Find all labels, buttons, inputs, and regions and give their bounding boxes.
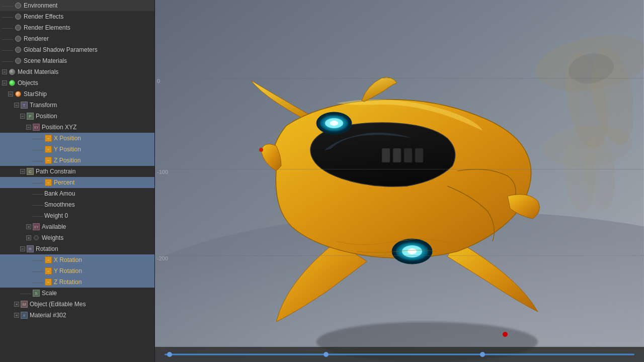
starship-render bbox=[155, 0, 644, 362]
renderer-icon bbox=[14, 35, 22, 43]
tree-item-objects[interactable]: −Objects bbox=[0, 77, 154, 88]
tree-item-y-rotation[interactable]: ——~Y Rotation bbox=[0, 265, 154, 277]
tree-item-global-shadow[interactable]: ——Global Shadow Parameters bbox=[0, 44, 154, 55]
transform-icon: T bbox=[20, 101, 28, 109]
svg-point-21 bbox=[330, 121, 338, 126]
label-position: Position bbox=[36, 113, 57, 120]
tree-item-rotation[interactable]: −RRotation bbox=[0, 243, 154, 254]
global-shadow-icon bbox=[14, 46, 22, 54]
label-medit-materials: Medit Materials bbox=[18, 68, 58, 75]
timeline-marker-1[interactable] bbox=[167, 352, 172, 357]
label-y-position: Y Position bbox=[54, 146, 81, 153]
object-editable-icon: M bbox=[20, 300, 28, 308]
timeline-marker-3[interactable] bbox=[480, 352, 485, 357]
label-x-position: X Position bbox=[54, 135, 81, 142]
tree-item-starship[interactable]: −StarShip bbox=[0, 88, 154, 100]
dash-renderer: —— bbox=[2, 36, 13, 42]
expand-minus-rotation[interactable]: − bbox=[20, 246, 25, 251]
expand-minus-path-constraint[interactable]: − bbox=[20, 169, 25, 174]
viewport-area[interactable]: 0 -100 -200 -300 bbox=[155, 0, 644, 362]
scene-hierarchy-panel: ——Environment——Render Effects——Render El… bbox=[0, 0, 155, 362]
curve-dash-y-position: —— bbox=[32, 146, 43, 152]
expand-plus-material-302[interactable]: + bbox=[14, 313, 19, 318]
expand-plus-object-editable[interactable]: + bbox=[14, 302, 19, 307]
svg-point-26 bbox=[503, 332, 508, 337]
label-environment: Environment bbox=[24, 2, 57, 9]
timeline-track bbox=[165, 354, 634, 355]
label-percent: Percent bbox=[54, 179, 74, 186]
tree-item-transform[interactable]: −TTransform bbox=[0, 100, 154, 111]
label-starship: StarShip bbox=[24, 90, 47, 98]
expand-plus-weights[interactable]: + bbox=[26, 235, 31, 240]
tree-item-position[interactable]: −PPosition bbox=[0, 111, 154, 122]
tree-item-scene-materials[interactable]: ——Scene Materials bbox=[0, 55, 154, 66]
curve-dash-z-position: —— bbox=[32, 157, 43, 163]
expand-plus-available[interactable]: + bbox=[26, 224, 31, 229]
dash-render-effects: —— bbox=[2, 14, 13, 20]
label-object-editable: Object (Editable Mes bbox=[30, 301, 86, 308]
scene-materials-icon bbox=[14, 57, 22, 65]
label-scene-materials: Scene Materials bbox=[24, 57, 67, 64]
tree-item-renderer[interactable]: ——Renderer bbox=[0, 33, 154, 44]
tree-item-position-xyz[interactable]: −XYPosition XYZ bbox=[0, 122, 154, 133]
expand-minus-starship[interactable]: − bbox=[8, 92, 13, 97]
tree-item-z-rotation[interactable]: ——~Z Rotation bbox=[0, 277, 154, 288]
available-icon: XY bbox=[32, 223, 40, 231]
starship-icon bbox=[14, 90, 22, 98]
tree-item-x-rotation[interactable]: ——~X Rotation bbox=[0, 254, 154, 265]
tree-item-bank-amount[interactable]: ——Bank Amou bbox=[0, 188, 154, 199]
tree-item-path-constraint[interactable]: −CPath Constrain bbox=[0, 166, 154, 177]
timeline[interactable] bbox=[155, 347, 644, 362]
dash-scene-materials: —— bbox=[2, 58, 13, 64]
rotation-icon: R bbox=[26, 245, 34, 253]
curve-dash-x-rotation: —— bbox=[32, 257, 43, 263]
tree-item-environment[interactable]: ——Environment bbox=[0, 0, 154, 11]
label-smoothness: Smoothnes bbox=[44, 201, 75, 208]
label-material-302: Material #302 bbox=[30, 312, 66, 319]
tree-item-z-position[interactable]: ——~Z Position bbox=[0, 155, 154, 166]
label-weights: Weights bbox=[42, 234, 63, 241]
tree-item-medit-materials[interactable]: −Medit Materials bbox=[0, 66, 154, 77]
tree-item-percent[interactable]: ——~Percent bbox=[0, 177, 154, 188]
curve-dash-x-position: —— bbox=[32, 135, 43, 141]
grid-label-0: 0 bbox=[157, 78, 160, 84]
label-position-xyz: Position XYZ bbox=[42, 124, 76, 131]
z-position-icon: ~ bbox=[44, 156, 52, 164]
label-rotation: Rotation bbox=[36, 245, 58, 252]
weights-icon bbox=[32, 234, 40, 242]
expand-minus-position[interactable]: − bbox=[20, 114, 25, 119]
expand-minus-objects[interactable]: − bbox=[2, 80, 7, 85]
label-available: Available bbox=[42, 223, 66, 230]
tree-item-x-position[interactable]: ——~X Position bbox=[0, 133, 154, 144]
dash-global-shadow: —— bbox=[2, 47, 13, 53]
label-z-rotation: Z Rotation bbox=[54, 279, 82, 286]
scale-icon: S bbox=[32, 289, 40, 297]
expand-minus-transform[interactable]: − bbox=[14, 103, 19, 108]
tree-item-available[interactable]: +XYAvailable bbox=[0, 221, 154, 232]
expand-minus-medit-materials[interactable]: − bbox=[2, 69, 7, 74]
curve-dash-z-rotation: —— bbox=[32, 279, 43, 285]
grid-line-minus300 bbox=[155, 346, 644, 346]
label-z-position: Z Position bbox=[54, 157, 80, 164]
tree-item-smoothness[interactable]: ——Smoothnes bbox=[0, 199, 154, 210]
tree-item-render-effects[interactable]: ——Render Effects bbox=[0, 11, 154, 22]
timeline-marker-2[interactable] bbox=[324, 352, 329, 357]
expand-minus-position-xyz[interactable]: − bbox=[26, 125, 31, 130]
tree-item-scale[interactable]: ——SScale bbox=[0, 288, 154, 299]
position-icon: P bbox=[26, 112, 34, 120]
tree-item-object-editable[interactable]: +MObject (Editable Mes bbox=[0, 299, 154, 310]
curve-dash-y-rotation: —— bbox=[32, 268, 43, 274]
tree-item-y-position[interactable]: ——~Y Position bbox=[0, 144, 154, 155]
tree-item-material-302[interactable]: +#Material #302 bbox=[0, 310, 154, 321]
z-rotation-icon: ~ bbox=[44, 278, 52, 286]
environment-icon bbox=[14, 2, 22, 10]
label-render-elements: Render Elements bbox=[24, 24, 70, 31]
svg-point-25 bbox=[408, 248, 417, 254]
curve-dash-percent: —— bbox=[32, 179, 43, 186]
position-xyz-icon: XY bbox=[32, 123, 40, 131]
grid-line-minus200 bbox=[155, 255, 644, 256]
tree-item-render-elements[interactable]: ——Render Elements bbox=[0, 22, 154, 33]
tree-item-weight-0[interactable]: ——Weight 0 bbox=[0, 210, 154, 221]
svg-rect-14 bbox=[382, 148, 390, 162]
tree-item-weights[interactable]: +Weights bbox=[0, 232, 154, 243]
